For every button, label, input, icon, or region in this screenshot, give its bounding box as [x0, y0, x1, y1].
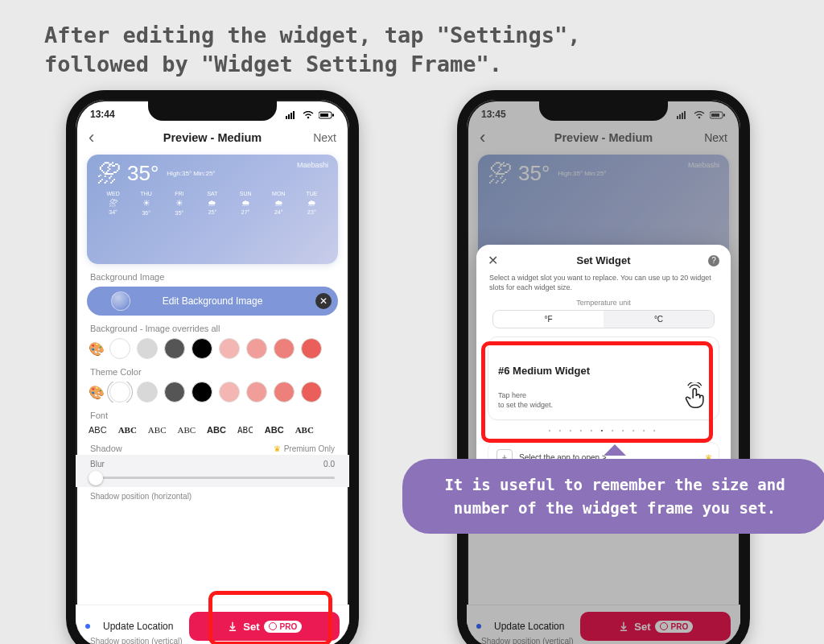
color-swatch[interactable]: [164, 382, 185, 402]
color-swatch[interactable]: [301, 338, 322, 359]
slot-pager: • • • • • • • • • • •: [488, 427, 719, 434]
forecast-day: TUE🌧23°: [295, 191, 328, 216]
bg-thumb-icon: [111, 291, 130, 311]
theme-color-row: 🎨: [89, 382, 336, 402]
statusbar-icons: [283, 109, 335, 120]
palette-icon: 🎨: [89, 385, 103, 400]
crown-icon: ♛: [274, 444, 281, 453]
notch: [539, 100, 668, 121]
widget-slot-card[interactable]: #6 Medium Widget Tap here to set the wid…: [488, 336, 719, 420]
svg-rect-2: [290, 113, 292, 119]
font-option[interactable]: ABC: [207, 425, 226, 436]
color-swatch[interactable]: [137, 382, 158, 402]
color-swatch[interactable]: [192, 338, 212, 359]
section-bg-override: Background - Image overrides all: [90, 324, 335, 333]
weather-forecast: WED⛈34°THU☀36°FRI☀35°SAT🌧25°SUN🌧27°MON🌧2…: [97, 191, 328, 216]
nav-header: ‹ Preview - Medium Next: [76, 126, 349, 151]
seg-f[interactable]: °F: [493, 311, 604, 328]
font-option[interactable]: ABC: [265, 425, 284, 436]
color-swatch[interactable]: [164, 338, 185, 359]
premium-label: Premium Only: [284, 444, 335, 453]
tap-gesture-icon: [682, 382, 709, 410]
section-theme: Theme Color: [90, 367, 335, 377]
notch: [148, 100, 277, 121]
wifi-icon: [303, 111, 314, 119]
temp-unit-segment[interactable]: °F °C: [492, 310, 715, 328]
weather-icon: ⛈: [97, 162, 121, 186]
weather-highlow: High:35° Min:25°: [167, 170, 215, 177]
instruction-line2: followed by "Widget Setting Frame".: [44, 52, 502, 76]
font-option[interactable]: ABC: [177, 425, 196, 436]
slot-name: #6 Medium Widget: [498, 365, 590, 377]
tip-text: It is useful to remember the size and nu…: [444, 476, 785, 517]
blur-slider-thumb[interactable]: [89, 471, 103, 485]
svg-point-4: [307, 117, 309, 119]
slot-tap2: to set the widget.: [498, 401, 553, 409]
color-swatch[interactable]: [109, 338, 130, 359]
slot-tap1: Tap here: [498, 391, 526, 399]
svg-rect-0: [286, 116, 287, 119]
font-option[interactable]: ABC: [148, 425, 167, 436]
forecast-day: SAT🌧25°: [196, 191, 229, 216]
update-location-button[interactable]: Update Location: [95, 614, 181, 638]
color-swatch[interactable]: [109, 382, 130, 402]
sheet-title: Set Widget: [576, 254, 630, 266]
sheet-desc: Select a widget slot you want to replace…: [488, 273, 719, 299]
color-swatch[interactable]: [246, 338, 267, 359]
weather-temp: 35°: [127, 161, 159, 186]
color-swatch[interactable]: [274, 338, 295, 359]
font-option[interactable]: ABC: [118, 425, 137, 436]
color-swatch[interactable]: [219, 338, 240, 359]
font-option[interactable]: ABC: [295, 425, 314, 436]
forecast-day: FRI☀35°: [163, 191, 196, 216]
section-bg-image: Background Image: [90, 272, 335, 282]
weather-preview-card: Maebashi ⛈ 35° High:35° Min:25° WED⛈34°T…: [87, 155, 338, 264]
color-swatch[interactable]: [219, 382, 240, 402]
phone-right: 13:45 ‹ Preview - Medium Next Maebashi ⛈…: [457, 90, 750, 644]
weather-city: Maebashi: [297, 161, 328, 169]
color-swatch[interactable]: [246, 382, 267, 402]
seg-c[interactable]: °C: [604, 311, 714, 328]
color-swatch[interactable]: [301, 382, 322, 402]
forecast-day: WED⛈34°: [97, 191, 130, 216]
signal-icon: [286, 111, 297, 119]
statusbar-time: 13:44: [90, 109, 115, 120]
edit-bg-image-button[interactable]: Edit Background Image ✕: [87, 287, 338, 316]
sheet-help-icon[interactable]: ?: [708, 255, 719, 266]
back-button[interactable]: ‹: [89, 127, 121, 148]
instruction-text: After editing the widget, tap "Settings"…: [44, 21, 780, 80]
font-option[interactable]: ABC: [89, 425, 107, 436]
section-font: Font: [90, 411, 335, 420]
sheet-close-button[interactable]: ✕: [488, 253, 498, 268]
color-swatch[interactable]: [274, 382, 295, 402]
clear-bg-icon[interactable]: ✕: [315, 293, 332, 309]
blur-label: Blur: [90, 460, 105, 469]
phone-left: 13:44 ‹ Preview - Medium Next Maebashi ⛈…: [66, 90, 359, 644]
edit-bg-label: Edit Background Image: [163, 295, 263, 307]
svg-rect-3: [293, 111, 295, 119]
svg-rect-7: [332, 114, 334, 116]
bg-color-row: 🎨: [89, 338, 336, 359]
page-title: Preview - Medium: [163, 131, 262, 144]
palette-icon: 🎨: [89, 341, 103, 357]
shadow-v-label: Shadow position (vertical): [90, 637, 183, 644]
next-button[interactable]: Next: [304, 131, 336, 144]
forecast-day: MON🌧24°: [262, 191, 295, 216]
location-dot-icon: [85, 624, 90, 629]
font-option[interactable]: ABC: [237, 425, 253, 436]
color-swatch[interactable]: [137, 338, 158, 359]
premium-badge: ♛ Premium Only: [274, 444, 335, 453]
svg-rect-6: [320, 114, 328, 117]
blur-slider[interactable]: [90, 477, 335, 479]
tip-callout: It is useful to remember the size and nu…: [402, 459, 824, 534]
shadow-h-label: Shadow position (horizontal): [90, 492, 335, 501]
pro-badge: PRO: [264, 621, 302, 633]
color-swatch[interactable]: [192, 382, 212, 402]
blur-section: Blur 0.0: [76, 455, 349, 487]
forecast-day: SUN🌧27°: [229, 191, 262, 216]
section-shadow: Shadow: [90, 444, 122, 453]
set-button[interactable]: Set PRO: [189, 612, 340, 641]
set-icon: [227, 621, 238, 632]
svg-rect-1: [288, 114, 290, 119]
battery-icon: [319, 111, 335, 119]
